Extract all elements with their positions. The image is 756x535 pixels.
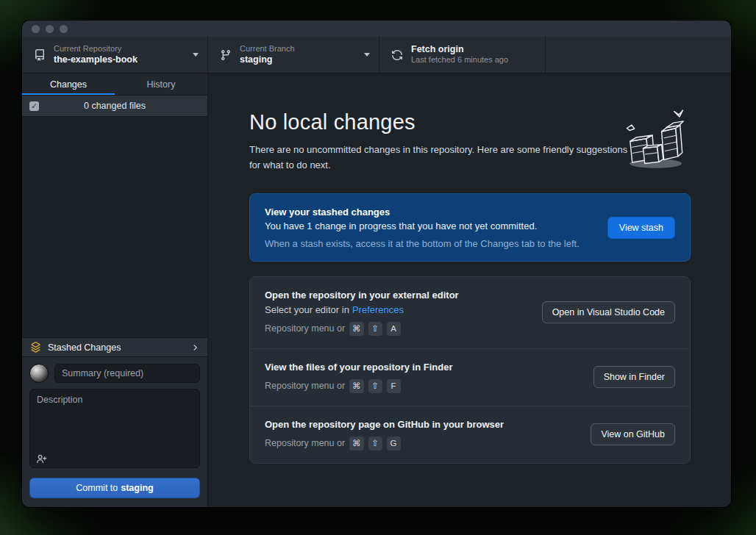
letter-key: A: [387, 322, 401, 336]
current-repository-value: the-examples-book: [54, 54, 138, 66]
page-subtitle: There are no uncommitted changes in this…: [249, 143, 633, 173]
fetch-origin-status: Last fetched 6 minutes ago: [411, 55, 508, 65]
newspaper-stack-illustration: [621, 104, 692, 175]
zoom-window-button[interactable]: [60, 25, 68, 33]
add-coauthor-icon[interactable]: [36, 453, 47, 464]
stack-icon: [30, 342, 41, 353]
sync-icon: [391, 49, 403, 61]
preferences-link[interactable]: Preferences: [352, 304, 404, 315]
description-input[interactable]: [29, 389, 200, 468]
commit-button-prefix: Commit to: [76, 483, 118, 493]
changed-files-count: 0 changed files: [39, 101, 190, 111]
stash-card-line2: When a stash exists, access it at the bo…: [265, 238, 596, 249]
commit-form: Commit to staging: [22, 357, 207, 507]
no-local-changes-view: No local changes There are no uncommitte…: [208, 73, 731, 507]
commit-button[interactable]: Commit to staging: [29, 478, 200, 498]
sidebar-tabbar: Changes History: [22, 73, 207, 96]
letter-key: F: [387, 379, 401, 393]
changed-files-header: ✓ 0 changed files: [22, 96, 207, 117]
view-stash-button[interactable]: View stash: [607, 217, 675, 239]
git-branch-icon: [220, 49, 232, 61]
suggestion-title: Open the repository in your external edi…: [265, 290, 530, 301]
fetch-origin-button[interactable]: Fetch origin Last fetched 6 minutes ago: [379, 37, 546, 73]
stash-card-title: View your stashed changes: [265, 207, 596, 218]
toolbar-spacer: [546, 37, 731, 73]
shortcut-menu-text: Repository menu or: [265, 381, 345, 391]
current-branch-value: staging: [240, 54, 295, 66]
shortcut-hint: Repository menu or ⌘ ⇧ G: [265, 437, 579, 450]
suggestion-title: View the files of your repository in Fin…: [265, 362, 582, 373]
cmd-key-icon: ⌘: [349, 322, 364, 336]
shortcut-hint: Repository menu or ⌘ ⇧ A: [265, 322, 530, 336]
view-on-github-button[interactable]: View on GitHub: [591, 423, 675, 445]
shortcut-hint: Repository menu or ⌘ ⇧ F: [265, 379, 582, 393]
user-avatar: [29, 364, 49, 383]
shortcut-menu-text: Repository menu or: [265, 438, 345, 448]
cmd-key-icon: ⌘: [349, 437, 364, 450]
close-window-button[interactable]: [32, 25, 40, 33]
current-branch-label: Current Branch: [240, 44, 295, 54]
editor-hint-text: Select your editor in: [265, 304, 349, 315]
stashed-changes-label: Stashed Changes: [48, 342, 184, 353]
select-all-checkbox[interactable]: ✓: [29, 101, 39, 111]
show-in-finder-button[interactable]: Show in Finder: [593, 366, 675, 388]
minimize-window-button[interactable]: [46, 25, 54, 33]
titlebar: [22, 21, 731, 37]
suggestion-open-editor: Open the repository in your external edi…: [250, 277, 690, 348]
fetch-origin-label: Fetch origin: [411, 44, 508, 56]
commit-button-branch: staging: [121, 483, 153, 493]
suggestion-editor-hint: Select your editor inPreferences: [265, 304, 530, 315]
changed-files-list[interactable]: [22, 117, 207, 337]
shift-key-icon: ⇧: [368, 437, 382, 450]
shift-key-icon: ⇧: [368, 322, 382, 336]
tab-history[interactable]: History: [115, 73, 207, 95]
letter-key: G: [387, 437, 401, 450]
suggestion-title: Open the repository page on GitHub in yo…: [265, 419, 579, 430]
sidebar: Changes History ✓ 0 changed files Stashe…: [22, 73, 208, 507]
github-desktop-window: Current Repository the-examples-book Cur…: [22, 21, 731, 507]
stashed-changes-card: View your stashed changes You have 1 cha…: [249, 193, 691, 262]
shift-key-icon: ⇧: [368, 379, 382, 393]
chevron-down-icon: [364, 53, 370, 57]
summary-input[interactable]: [54, 364, 200, 383]
desktop-backdrop: Current Repository the-examples-book Cur…: [0, 0, 756, 535]
current-branch-button[interactable]: Current Branch staging: [208, 37, 379, 73]
suggestion-show-in-finder: View the files of your repository in Fin…: [250, 348, 690, 406]
current-repository-label: Current Repository: [54, 44, 138, 54]
app-body: Changes History ✓ 0 changed files Stashe…: [22, 73, 731, 507]
stashed-changes-row[interactable]: Stashed Changes: [22, 337, 207, 357]
chevron-right-icon: [190, 343, 199, 352]
tab-changes[interactable]: Changes: [22, 73, 115, 95]
repo-book-icon: [34, 49, 46, 61]
suggestion-view-on-github: Open the repository page on GitHub in yo…: [250, 406, 690, 463]
current-repository-button[interactable]: Current Repository the-examples-book: [22, 37, 208, 73]
open-in-editor-button[interactable]: Open in Visual Studio Code: [542, 301, 675, 323]
cmd-key-icon: ⌘: [349, 379, 364, 393]
suggestions-list: Open the repository in your external edi…: [249, 276, 691, 464]
stash-card-line1: You have 1 change in progress that you h…: [265, 220, 596, 231]
shortcut-menu-text: Repository menu or: [265, 323, 345, 334]
chevron-down-icon: [193, 53, 199, 57]
toolbar: Current Repository the-examples-book Cur…: [22, 37, 731, 73]
